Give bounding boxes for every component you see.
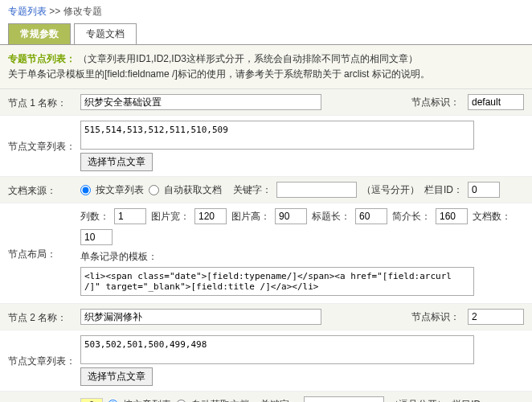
intro-line2: 关于单条记录模板里的[field:fieldname /]标记的使用，请参考关于…	[8, 68, 430, 80]
breadcrumb: 专题列表 >> 修改专题	[0, 0, 532, 23]
node1-layout-row: 节点布局： 列数： 图片宽： 图片高： 标题长： 简介长： 文档数： 单条记录的…	[0, 203, 532, 304]
node2-keyword-input[interactable]	[304, 396, 384, 402]
node1-name-input[interactable]	[80, 94, 321, 110]
node2-select-article-button[interactable]: 选择节点文章	[80, 367, 153, 386]
node1-articles-textarea[interactable]: 515,514,513,512,511,510,509	[80, 121, 474, 150]
breadcrumb-current: 修改专题	[63, 6, 102, 17]
node1-titlelen-input[interactable]	[355, 208, 387, 224]
node1-select-article-button[interactable]: 选择节点文章	[80, 153, 153, 171]
node1-columnid-input[interactable]	[468, 182, 500, 198]
breadcrumb-sep: >>	[49, 6, 60, 17]
node1-articles-row: 节点文章列表： 515,514,513,512,511,510,509 选择节点…	[0, 116, 532, 177]
node1-imgw-input[interactable]	[194, 208, 227, 224]
tab-params[interactable]: 常规参数	[8, 23, 71, 44]
node2-id-input[interactable]	[468, 309, 524, 325]
node1-template-textarea[interactable]: <li><span class="date">[field:typename/]…	[80, 267, 474, 296]
node2-source-row: 文档来源： 0 按文章列表 自动获取文档 关键字： （逗号分开） 栏目ID：	[0, 392, 532, 402]
node1-source-row: 文档来源： 按文章列表 自动获取文档 关键字： （逗号分开） 栏目ID：	[0, 177, 532, 203]
intro-section: 专题节点列表： （文章列表用ID1,ID2,ID3这样形式分开，系统会自动排除不…	[0, 45, 532, 89]
node2-header-row: 节点 2 名称： 节点标识：	[0, 304, 532, 330]
node2-id-label: 节点标识：	[411, 310, 460, 324]
node1-radio-auto[interactable]	[149, 185, 159, 195]
node2-articles-textarea[interactable]: 503,502,501,500,499,498	[80, 335, 474, 364]
node1-id-label: 节点标识：	[411, 96, 460, 109]
node2-name-input[interactable]	[80, 309, 321, 325]
intro-title: 专题节点列表：	[8, 53, 76, 64]
node1-id-input[interactable]	[468, 94, 524, 110]
intro-line1: （文章列表用ID1,ID2,ID3这样形式分开，系统会自动排除不同节点的相同文章…	[78, 53, 418, 64]
node1-cols-input[interactable]	[114, 208, 146, 224]
tab-docs[interactable]: 专题文档	[74, 23, 137, 44]
node1-desclen-input[interactable]	[436, 208, 468, 224]
node2-badge: 0	[80, 398, 103, 402]
node1-imgh-input[interactable]	[275, 208, 307, 224]
node1-header-row: 节点 1 名称： 节点标识：	[0, 89, 532, 116]
breadcrumb-list[interactable]: 专题列表	[8, 6, 47, 17]
tabs: 常规参数 专题文档	[0, 23, 532, 45]
node1-doccount-input[interactable]	[80, 229, 113, 245]
node1-radio-bylist[interactable]	[80, 185, 91, 195]
node2-articles-row: 节点文章列表： 503,502,501,500,499,498 选择节点文章	[0, 330, 532, 392]
node1-keyword-input[interactable]	[276, 182, 357, 198]
